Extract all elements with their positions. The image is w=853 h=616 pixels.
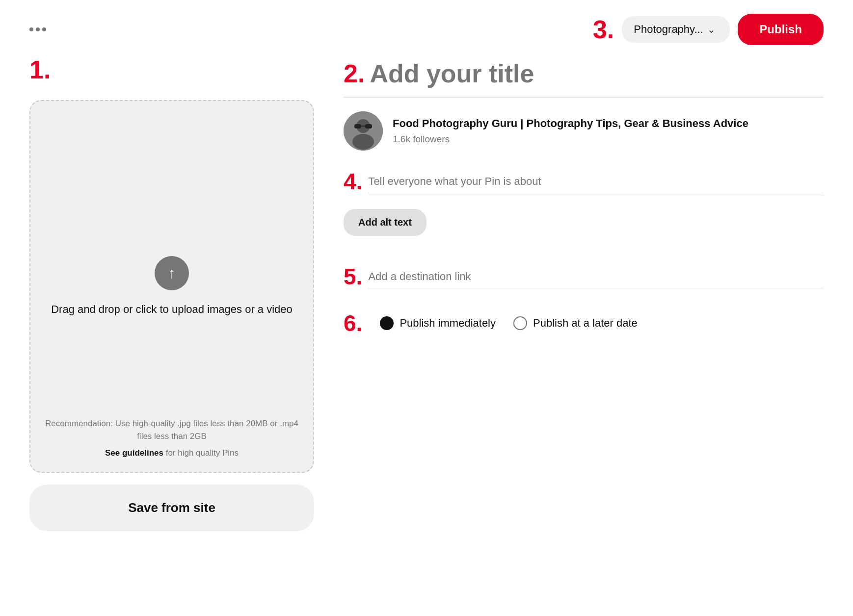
save-from-site-button[interactable]: Save from site: [29, 485, 314, 531]
upload-guidelines: See guidelines for high quality Pins: [105, 448, 239, 458]
title-divider: [344, 97, 824, 98]
publish-later-option[interactable]: Publish at a later date: [513, 316, 638, 330]
board-select-button[interactable]: Photography... ⌄: [622, 16, 730, 43]
upload-arrow-icon: ↑: [168, 265, 176, 282]
dot3: [42, 27, 46, 31]
more-options-button[interactable]: [29, 27, 46, 31]
dot2: [36, 27, 40, 31]
title-placeholder[interactable]: Add your title: [370, 60, 534, 88]
svg-rect-4: [365, 124, 372, 128]
upload-area[interactable]: ↑ Drag and drop or click to upload image…: [29, 100, 314, 473]
description-input[interactable]: [368, 170, 824, 193]
step4-label: 4.: [344, 170, 362, 193]
link-row: 5.: [344, 265, 824, 288]
left-panel: 1. ↑ Drag and drop or click to upload im…: [29, 55, 314, 531]
board-name: Photography...: [634, 23, 703, 36]
description-row: 4.: [344, 170, 824, 193]
publish-options: 6. Publish immediately Publish at a late…: [344, 312, 824, 334]
top-right-actions: 3. Photography... ⌄ Publish: [593, 14, 824, 45]
upload-recommendation: Recommendation: Use high-quality .jpg fi…: [30, 417, 313, 442]
step6-label: 6.: [344, 312, 362, 334]
alt-text-button[interactable]: Add alt text: [344, 209, 426, 236]
step3-label: 3.: [593, 17, 614, 42]
publish-immediately-option[interactable]: Publish immediately: [380, 316, 496, 330]
avatar: [344, 111, 383, 151]
upload-text: Drag and drop or click to upload images …: [51, 302, 293, 317]
profile-name: Food Photography Guru | Photography Tips…: [393, 117, 748, 131]
dot1: [29, 27, 33, 31]
title-row: 2. Add your title: [344, 60, 824, 88]
radio-filled-icon: [380, 316, 394, 330]
top-bar: 3. Photography... ⌄ Publish: [0, 0, 853, 55]
step5-label: 5.: [344, 265, 362, 288]
right-panel: 2. Add your title Food Photography Guru …: [344, 55, 824, 334]
publish-button[interactable]: Publish: [738, 14, 824, 45]
profile-section: Food Photography Guru | Photography Tips…: [344, 111, 824, 151]
description-field-wrapper: [368, 170, 824, 193]
profile-info: Food Photography Guru | Photography Tips…: [393, 117, 748, 145]
step1-label: 1.: [29, 55, 314, 84]
main-content: 1. ↑ Drag and drop or click to upload im…: [0, 55, 853, 551]
radio-empty-icon: [513, 316, 527, 330]
chevron-down-icon: ⌄: [707, 24, 716, 35]
step2-label: 2.: [344, 61, 365, 86]
guidelines-link[interactable]: See guidelines: [105, 448, 163, 458]
svg-rect-3: [354, 124, 361, 128]
link-field-wrapper: [368, 265, 824, 288]
guidelines-suffix: for high quality Pins: [163, 448, 239, 458]
upload-icon-circle: ↑: [155, 256, 189, 290]
publish-later-label: Publish at a later date: [533, 317, 638, 330]
svg-point-2: [352, 134, 374, 150]
avatar-image: [344, 111, 383, 151]
publish-immediately-label: Publish immediately: [400, 317, 496, 330]
destination-link-input[interactable]: [368, 265, 824, 288]
profile-followers: 1.6k followers: [393, 134, 748, 145]
